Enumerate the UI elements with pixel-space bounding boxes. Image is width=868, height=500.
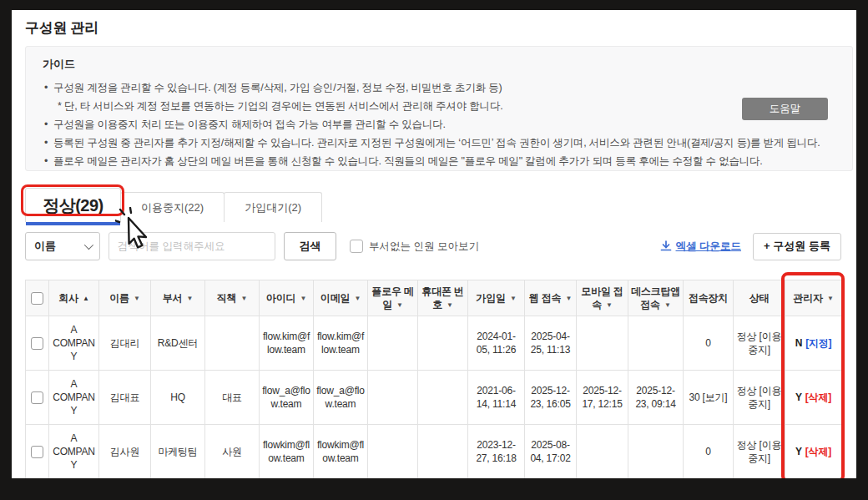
cell-department: 마케팅팀	[151, 425, 205, 479]
cell-mobile-access	[577, 425, 628, 479]
register-member-button[interactable]: + 구성원 등록	[753, 233, 841, 260]
cell-department: HQ	[151, 371, 205, 425]
column-header-name[interactable]: 이름 ▼	[99, 280, 151, 316]
no-department-filter[interactable]: 부서없는 인원 모아보기	[350, 240, 479, 254]
sort-desc-icon[interactable]: ▼	[134, 295, 140, 302]
cell-company: A COMPANY	[49, 425, 99, 479]
cell-flow-mail	[368, 371, 418, 425]
column-header-phone[interactable]: 휴대폰 번호 ▼	[418, 280, 468, 316]
column-header-devices: 접속장치	[684, 280, 734, 316]
sort-desc-icon[interactable]: ▼	[606, 301, 613, 309]
table-toolbar: 이름 검색 부서없는 인원 모아보기 엑셀 다운로드	[25, 232, 841, 260]
cell-join-date: 2023-12-27, 16:18	[468, 425, 525, 479]
cell-status: 정상 [이용중지]	[734, 316, 785, 371]
checkbox-icon[interactable]	[350, 240, 363, 253]
cell-name: 김대리	[99, 316, 151, 371]
sort-desc-icon[interactable]: ▼	[354, 295, 361, 302]
row-checkbox[interactable]	[31, 391, 43, 404]
cell-devices: 0	[684, 316, 734, 371]
column-header-position[interactable]: 직책 ▼	[205, 280, 260, 316]
cell-admin: Y[삭제]	[785, 371, 842, 425]
page-title: 구성원 관리	[25, 18, 98, 38]
cell-web-access: 2025-08-04, 17:02	[525, 425, 577, 479]
excel-download-label: 엑셀 다운로드	[676, 240, 741, 254]
guide-item: 플로우 메일은 관리자가 홈 상단의 메일 버튼을 통해 신청할 수 있습니다.…	[43, 152, 835, 170]
cell-select	[26, 425, 49, 479]
cell-user-id: flow_a@flow.team	[260, 371, 314, 425]
sort-desc-icon[interactable]: ▼	[241, 295, 248, 302]
sort-desc-icon[interactable]: ▼	[396, 301, 403, 309]
admin-assign-action[interactable]: [지정]	[805, 337, 831, 349]
cell-user-id: flowkim@flow.team	[260, 425, 314, 479]
cell-status: 정상 [이용중지]	[734, 371, 785, 425]
tab-bar: 정상(29)이용중지(22)가입대기(2)	[25, 188, 322, 222]
sort-desc-icon[interactable]: ▼	[300, 295, 306, 302]
guide-panel: 가이드 구성원 계정을 관리할 수 있습니다. (계정 등록/삭제, 가입 승인…	[25, 46, 853, 171]
tab-suspended[interactable]: 이용중지(22)	[120, 192, 225, 222]
sort-desc-icon[interactable]: ▼	[827, 295, 834, 302]
search-button[interactable]: 검색	[284, 232, 336, 260]
table-row: A COMPANY김사원마케팅팀사원flowkim@flow.teamflowk…	[26, 425, 842, 479]
guide-item: 등록된 구성원 중 관리자를 추가 지정/해제할 수 있습니다. 관리자로 지정…	[43, 134, 835, 152]
sort-desc-icon[interactable]: ▼	[510, 295, 517, 302]
cell-admin: N[지정]	[785, 316, 842, 371]
cell-join-date: 2021-06-14, 11:14	[468, 371, 525, 425]
column-header-company[interactable]: 회사 ▲	[49, 280, 99, 316]
sort-desc-icon[interactable]: ▼	[187, 295, 194, 302]
member-management-page: 구성원 관리 가이드 구성원 계정을 관리할 수 있습니다. (계정 등록/삭제…	[12, 10, 856, 478]
column-header-select	[26, 280, 49, 316]
column-header-web-access[interactable]: 웹 접속 ▼	[525, 280, 577, 316]
sort-desc-icon[interactable]: ▼	[447, 301, 453, 309]
column-header-user-id[interactable]: 아이디 ▼	[260, 280, 314, 316]
row-checkbox[interactable]	[31, 337, 43, 350]
column-header-email[interactable]: 이메일 ▼	[314, 280, 368, 316]
column-header-mobile-access[interactable]: 모바일 접속 ▼	[577, 280, 628, 316]
admin-delete-action[interactable]: [삭제]	[805, 391, 831, 403]
admin-flag: N	[795, 337, 802, 349]
guide-item: 구성원을 이용중지 처리 또는 이용중지 해제하여 접속 가능 여부를 관리할 …	[43, 115, 835, 134]
tab-pending[interactable]: 가입대기(2)	[224, 192, 322, 222]
cell-phone	[418, 371, 468, 425]
table-header-row: 회사 ▲이름 ▼부서 ▼직책 ▼아이디 ▼이메일 ▼플로우 메일 ▼휴대폰 번호…	[26, 280, 842, 316]
cell-select	[26, 316, 49, 371]
cell-devices[interactable]: 30 [보기]	[684, 371, 734, 425]
column-header-flow-mail[interactable]: 플로우 메일 ▼	[368, 280, 418, 316]
sort-asc-icon[interactable]: ▲	[83, 295, 89, 302]
chevron-down-icon	[84, 240, 93, 250]
guide-heading: 가이드	[43, 57, 835, 72]
cell-flow-mail	[368, 316, 418, 371]
tab-normal[interactable]: 정상(29)	[25, 188, 121, 222]
cell-name: 김사원	[99, 425, 151, 479]
admin-delete-action[interactable]: [삭제]	[805, 446, 831, 457]
cell-mobile-access: 2025-12-17, 12:15	[577, 371, 628, 425]
column-header-join-date[interactable]: 가입일 ▼	[468, 280, 525, 316]
sort-desc-icon[interactable]: ▼	[664, 301, 671, 309]
search-input[interactable]	[108, 232, 275, 260]
column-header-department[interactable]: 부서 ▼	[151, 280, 205, 316]
table-row: A COMPANY김대표HQ대표flow_a@flow.teamflow_a@f…	[26, 371, 842, 425]
select-all-checkbox[interactable]	[31, 292, 43, 305]
cell-devices: 0	[684, 425, 734, 479]
guide-item: * 단, 타 서비스와 계정 정보를 연동하는 기업의 경우에는 연동된 서비스…	[43, 97, 835, 115]
cell-email: flow_a@flow.team	[314, 371, 368, 425]
search-filter-select[interactable]: 이름	[25, 232, 100, 260]
cell-position	[205, 316, 260, 371]
cell-join-date: 2024-01-05, 11:26	[468, 316, 525, 371]
cell-user-id: flow.kim@flow.team	[260, 316, 314, 371]
search-filter-value: 이름	[34, 239, 56, 254]
members-table: 회사 ▲이름 ▼부서 ▼직책 ▼아이디 ▼이메일 ▼플로우 메일 ▼휴대폰 번호…	[25, 280, 842, 478]
cell-company: A COMPANY	[49, 316, 99, 371]
column-header-desktop-access[interactable]: 데스크탑앱 접속 ▼	[628, 280, 684, 316]
no-department-filter-label: 부서없는 인원 모아보기	[369, 240, 479, 254]
decorative-frame: 구성원 관리 가이드 구성원 계정을 관리할 수 있습니다. (계정 등록/삭제…	[0, 0, 868, 500]
row-checkbox[interactable]	[31, 446, 43, 458]
cell-status: 정상 [이용중지]	[734, 425, 785, 479]
help-button[interactable]: 도움말	[742, 98, 828, 120]
cell-position: 대표	[205, 371, 260, 425]
excel-download-link[interactable]: 엑셀 다운로드	[660, 240, 741, 254]
cell-name: 김대표	[99, 371, 151, 425]
cell-web-access: 2025-04-25, 11:13	[525, 316, 577, 371]
sort-desc-icon[interactable]: ▼	[565, 295, 572, 302]
column-header-admin[interactable]: 관리자 ▼	[785, 280, 842, 316]
admin-flag: Y	[795, 446, 802, 457]
